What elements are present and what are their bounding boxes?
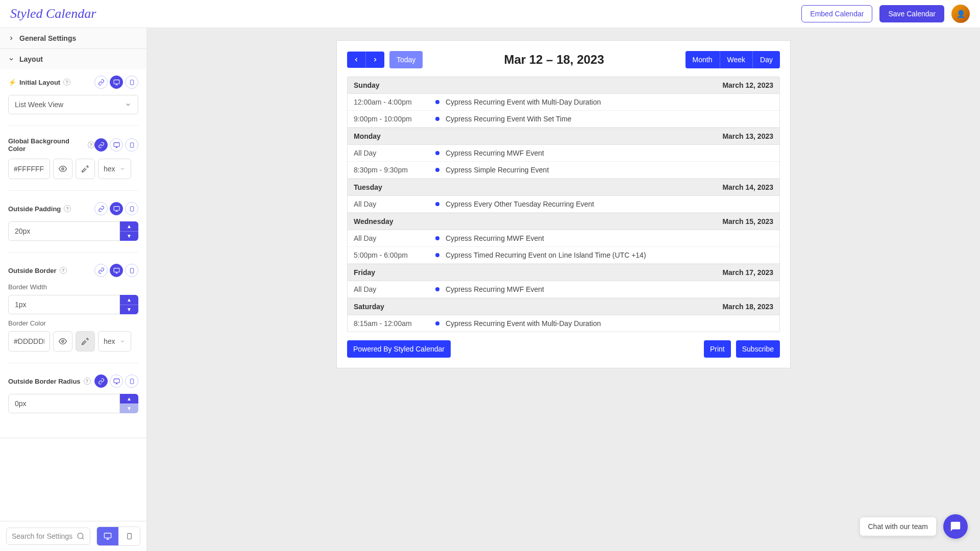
svg-rect-5 [114, 142, 119, 146]
device-link-button[interactable] [94, 264, 108, 277]
calendar-card: Today Mar 12 – 18, 2023 Month Week Day S… [336, 40, 791, 368]
device-desktop-button[interactable] [110, 138, 123, 152]
initial-layout-select[interactable]: List Week View [8, 95, 138, 114]
event-row[interactable]: All DayCypress Recurring MWF Event [348, 230, 779, 247]
stepper-up-button[interactable]: ▲ [120, 221, 138, 231]
device-link-button[interactable] [94, 76, 108, 89]
device-link-button[interactable] [94, 138, 108, 152]
event-dot-icon [435, 168, 439, 172]
view-week-button[interactable]: Week [720, 51, 753, 68]
device-mobile-button[interactable] [125, 374, 138, 388]
event-row[interactable]: 12:00am - 4:00pmCypress Recurring Event … [348, 94, 779, 111]
search-placeholder: Search for Settings [12, 532, 72, 540]
eye-icon[interactable] [53, 331, 72, 352]
event-dot-icon [435, 321, 439, 325]
svg-line-28 [82, 538, 84, 539]
embed-calendar-button[interactable]: Embed Calendar [801, 5, 872, 22]
day-date: March 12, 2023 [722, 81, 773, 89]
svg-point-27 [78, 533, 83, 539]
event-title: Cypress Timed Recurring Event on Line Is… [446, 251, 773, 259]
day-date: March 17, 2023 [722, 268, 773, 277]
device-mobile-button[interactable] [125, 202, 138, 215]
day-header: SundayMarch 12, 2023 [348, 77, 779, 94]
outside-padding-input[interactable] [8, 221, 120, 241]
device-mobile-button[interactable] [125, 138, 138, 152]
help-icon[interactable]: ? [88, 141, 94, 148]
device-link-button[interactable] [94, 374, 108, 388]
device-desktop-button[interactable] [110, 374, 123, 388]
svg-rect-25 [130, 379, 133, 383]
event-row[interactable]: All DayCypress Recurring MWF Event [348, 281, 779, 298]
help-icon[interactable]: ? [84, 378, 91, 385]
today-button[interactable]: Today [389, 51, 423, 68]
prev-button[interactable] [347, 52, 365, 68]
powered-by-link[interactable]: Powered By Styled Calendar [347, 340, 451, 358]
subscribe-button[interactable]: Subscribe [736, 340, 780, 358]
event-dot-icon [435, 253, 439, 257]
event-dot-icon [435, 117, 439, 121]
section-general-settings[interactable]: General Settings [0, 28, 146, 48]
chat-button[interactable] [943, 514, 968, 539]
event-list: SundayMarch 12, 202312:00am - 4:00pmCypr… [347, 77, 780, 332]
stepper-down-button[interactable]: ▼ [120, 231, 138, 241]
border-radius-input[interactable] [8, 394, 120, 413]
chevron-right-icon [8, 35, 14, 41]
help-icon[interactable]: ? [64, 205, 71, 212]
eyedropper-icon[interactable] [76, 159, 95, 179]
setting-outside-padding: Outside Padding ? [8, 202, 138, 253]
sublabel: Border Width [8, 283, 138, 291]
event-row[interactable]: 9:00pm - 10:00pmCypress Recurring Event … [348, 111, 779, 128]
save-calendar-button[interactable]: Save Calendar [879, 5, 944, 22]
svg-rect-19 [130, 268, 133, 272]
device-desktop-button[interactable] [110, 76, 123, 89]
print-button[interactable]: Print [704, 340, 731, 358]
user-avatar[interactable]: 👤 [951, 5, 970, 23]
day-header: FridayMarch 17, 2023 [348, 264, 779, 281]
device-link-button[interactable] [94, 202, 108, 215]
event-title: Cypress Simple Recurring Event [446, 166, 773, 174]
border-color-input[interactable] [8, 331, 50, 352]
svg-rect-32 [127, 534, 131, 539]
setting-title: Outside Border Radius [8, 378, 81, 385]
border-width-input[interactable] [8, 295, 120, 314]
event-title: Cypress Recurring Event with Multi-Day D… [446, 98, 773, 106]
setting-bg-color: Global Background Color ? [8, 137, 138, 191]
eyedropper-icon[interactable] [76, 331, 95, 352]
event-dot-icon [435, 151, 439, 155]
preview-mobile-button[interactable] [118, 527, 140, 545]
stepper-down-button[interactable]: ▼ [120, 305, 138, 315]
app-header: Styled Calendar Embed Calendar Save Cale… [0, 0, 980, 28]
stepper-down-button[interactable]: ▼ [120, 404, 138, 414]
stepper-up-button[interactable]: ▲ [120, 394, 138, 404]
color-format-select[interactable]: hex [98, 159, 131, 179]
event-row[interactable]: 8:15am - 12:00amCypress Recurring Event … [348, 315, 779, 332]
help-icon[interactable]: ? [60, 267, 67, 274]
device-mobile-button[interactable] [125, 264, 138, 277]
select-value: List Week View [15, 101, 63, 109]
device-mobile-button[interactable] [125, 76, 138, 89]
event-row[interactable]: All DayCypress Recurring MWF Event [348, 145, 779, 162]
eye-icon[interactable] [53, 159, 72, 179]
event-dot-icon [435, 287, 439, 291]
chat-icon [950, 521, 961, 532]
preview-desktop-button[interactable] [97, 527, 118, 545]
bg-color-input[interactable] [8, 159, 50, 179]
device-desktop-button[interactable] [110, 202, 123, 215]
device-desktop-button[interactable] [110, 264, 123, 277]
section-layout[interactable]: Layout [0, 49, 146, 69]
event-row[interactable]: 8:30pm - 9:30pmCypress Simple Recurring … [348, 162, 779, 179]
color-format-select[interactable]: hex [98, 331, 131, 352]
next-button[interactable] [365, 52, 384, 68]
setting-title: Initial Layout [19, 79, 60, 86]
help-icon[interactable]: ? [63, 79, 70, 86]
view-day-button[interactable]: Day [752, 51, 780, 68]
view-month-button[interactable]: Month [685, 51, 720, 68]
chevron-down-icon [119, 166, 126, 172]
event-row[interactable]: 5:00pm - 6:00pmCypress Timed Recurring E… [348, 247, 779, 264]
svg-rect-8 [130, 142, 133, 147]
settings-search-input[interactable]: Search for Settings [6, 528, 90, 545]
event-row[interactable]: All DayCypress Every Other Tuesday Recur… [348, 196, 779, 213]
chevron-down-icon [125, 101, 132, 108]
svg-rect-16 [114, 268, 119, 272]
stepper-up-button[interactable]: ▲ [120, 295, 138, 305]
